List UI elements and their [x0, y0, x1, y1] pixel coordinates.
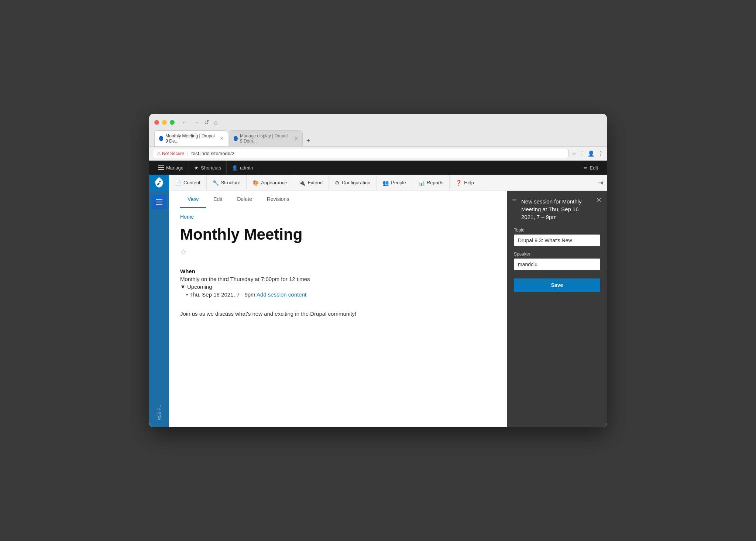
reload-button[interactable]: ↺ [203, 118, 210, 127]
content-area: View Edit Delete Revisions Home Monthly … [169, 191, 507, 427]
favorite-star-icon[interactable]: ☆ [180, 248, 187, 256]
upcoming-toggle[interactable]: ▼ Upcoming [180, 284, 496, 290]
tab-edit-label: Edit [213, 196, 222, 202]
star-area: ☆ [169, 246, 507, 262]
manage-menu-item[interactable]: Manage [153, 161, 189, 175]
tab-revisions-label: Revisions [267, 196, 289, 202]
tab-close-1[interactable]: ✕ [220, 136, 223, 141]
address-bar[interactable]: ⚠ Not Secure | test.indo.site/node/2 [153, 149, 568, 158]
edit-label: Edit [590, 165, 598, 171]
tab-bar: Monthly Meeting | Drupal 9 De... ✕ Manag… [154, 130, 602, 146]
appearance-nav-label: Appearance [261, 180, 287, 185]
configuration-icon: ⚙ [335, 180, 340, 186]
forward-button[interactable]: → [192, 118, 200, 127]
home-button[interactable]: ⌂ [213, 118, 219, 127]
tab-view[interactable]: View [180, 191, 206, 208]
main-area: RSS F... View Edit Delete Revisions [149, 191, 607, 427]
back-button[interactable]: ← [181, 118, 189, 127]
reports-nav-label: Reports [427, 180, 444, 185]
when-section: When Monthly on the third Thursday at 7:… [169, 262, 507, 304]
right-panel: ✏ ✕ New session for Monthly Meeting at T… [507, 191, 607, 427]
tab-delete-label: Delete [237, 196, 252, 202]
page-title-area: Monthly Meeting [169, 220, 507, 246]
drupal-logo-icon [154, 177, 165, 188]
bookmark-icon[interactable]: ☆ [571, 150, 576, 157]
star-shortcuts-icon: ★ [194, 165, 199, 171]
description-text: Join us as we discuss what's new and exc… [180, 309, 496, 318]
appearance-icon: 🎨 [252, 180, 259, 186]
nav-item-configuration[interactable]: ⚙ Configuration [329, 175, 377, 191]
shortcuts-label: Shortcuts [201, 165, 221, 171]
sidebar: RSS F... [149, 191, 169, 427]
close-button[interactable] [154, 120, 159, 125]
topic-input[interactable] [514, 234, 600, 246]
speaker-label: Speaker [514, 251, 600, 257]
when-label: When [180, 268, 496, 274]
home-breadcrumb-link[interactable]: Home [180, 214, 194, 220]
browser-controls: ← → ↺ ⌂ [154, 118, 602, 127]
browser-window: ← → ↺ ⌂ Monthly Meeting | Drupal 9 De...… [149, 114, 607, 427]
configuration-nav-label: Configuration [342, 180, 370, 185]
address-separator: | [187, 151, 188, 156]
rss-label[interactable]: RSS F... [157, 405, 161, 420]
edit-button-admin[interactable]: ✏ Edit [578, 165, 603, 171]
edit-pencil-icon: ✏ [584, 165, 588, 171]
nav-right: ⇥ [598, 179, 607, 187]
tab-close-2[interactable]: ✕ [295, 136, 298, 141]
browser-titlebar: ← → ↺ ⌂ Monthly Meeting | Drupal 9 De...… [149, 114, 607, 147]
minimize-button[interactable] [162, 120, 167, 125]
sidebar-menu-button[interactable] [152, 195, 166, 209]
maximize-button[interactable] [170, 120, 175, 125]
add-session-link[interactable]: Add session content [257, 291, 306, 298]
tab-favicon-2 [234, 136, 238, 141]
structure-nav-label: Structure [221, 180, 241, 185]
help-icon: ❓ [456, 180, 462, 186]
content-tabs-bar: View Edit Delete Revisions [169, 191, 507, 208]
structure-icon: 🔧 [213, 180, 219, 186]
speaker-input[interactable] [514, 258, 600, 270]
panel-speaker-field: Speaker [514, 251, 600, 270]
warning-icon: ⚠ [157, 151, 161, 156]
when-schedule: Monthly on the third Thursday at 7:00pm … [180, 276, 496, 282]
save-button[interactable]: Save [514, 278, 600, 292]
people-icon: 👥 [382, 180, 389, 186]
drupal-logo[interactable] [149, 175, 169, 191]
nav-item-help[interactable]: ❓ Help [450, 175, 480, 191]
browser-tab-1[interactable]: Monthly Meeting | Drupal 9 De... ✕ [154, 130, 228, 146]
nav-collapse-icon[interactable]: ⇥ [598, 179, 603, 187]
manage-label: Manage [166, 165, 183, 171]
tab-revisions[interactable]: Revisions [260, 191, 297, 208]
tab-delete[interactable]: Delete [230, 191, 259, 208]
nav-item-extend[interactable]: 🔌 Extend [293, 175, 329, 191]
browser-tab-2[interactable]: Manage display | Drupal 9 Dem... ✕ [229, 130, 303, 146]
content-nav-label: Content [183, 180, 200, 185]
shortcuts-menu-item[interactable]: ★ Shortcuts [189, 161, 227, 175]
menu-icon[interactable]: ⋮ [598, 150, 603, 157]
address-icons: ☆ ⋮ 👤 ⋮ [571, 150, 603, 157]
panel-topic-field: Topic [514, 227, 600, 246]
nav-items: 📄 Content 🔧 Structure 🎨 Appearance 🔌 Ext… [169, 175, 480, 191]
new-tab-button[interactable]: + [303, 136, 313, 146]
panel-close-button[interactable]: ✕ [596, 196, 602, 204]
reports-icon: 📊 [418, 180, 425, 186]
profile-icon[interactable]: 👤 [588, 150, 595, 157]
admin-menu-item[interactable]: 👤 admin [227, 161, 258, 175]
nav-item-structure[interactable]: 🔧 Structure [207, 175, 247, 191]
breadcrumb: Home [169, 208, 507, 220]
page-title: Monthly Meeting [180, 226, 496, 243]
nav-item-content[interactable]: 📄 Content [169, 175, 207, 191]
content-icon: 📄 [175, 180, 181, 186]
nav-buttons: ← → ↺ ⌂ [181, 118, 219, 127]
url-text: test.indo.site/node/2 [191, 151, 234, 156]
tab-edit[interactable]: Edit [206, 191, 230, 208]
nav-item-appearance[interactable]: 🎨 Appearance [247, 175, 293, 191]
not-secure-indicator: ⚠ Not Secure [157, 151, 184, 156]
help-nav-label: Help [464, 180, 474, 185]
panel-edit-icon[interactable]: ✏ [512, 197, 517, 203]
upcoming-item: • Thu, Sep 16 2021, 7 - 9pm Add session … [180, 291, 496, 298]
nav-item-people[interactable]: 👥 People [377, 175, 412, 191]
extensions-icon[interactable]: ⋮ [579, 150, 585, 157]
drupal-nav: 📄 Content 🔧 Structure 🎨 Appearance 🔌 Ext… [149, 175, 607, 191]
sidebar-hamburger-icon [156, 199, 162, 205]
nav-item-reports[interactable]: 📊 Reports [412, 175, 450, 191]
